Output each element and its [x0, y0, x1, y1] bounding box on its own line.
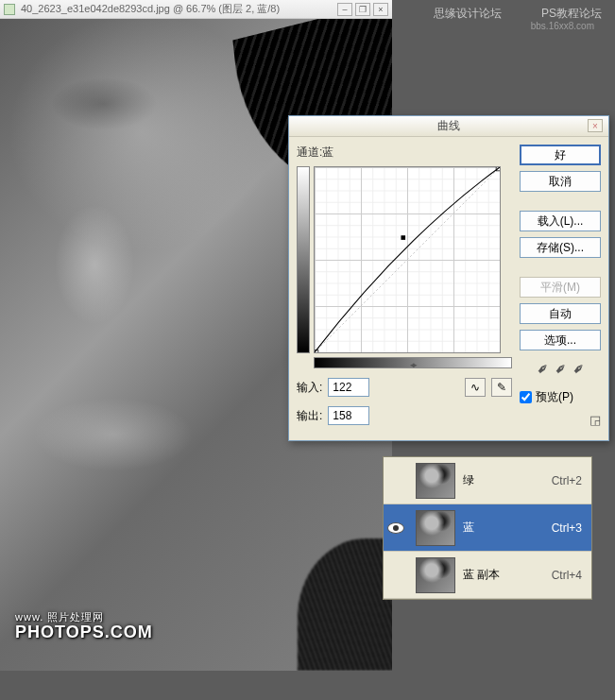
cancel-button[interactable]: 取消: [520, 171, 601, 192]
close-icon[interactable]: ×: [588, 119, 603, 132]
visibility-eye-icon[interactable]: [387, 522, 404, 534]
channel-name: 蓝 副本: [463, 567, 552, 583]
channel-row-blue[interactable]: 蓝 Ctrl+3: [384, 504, 591, 552]
channel-row-blue-copy[interactable]: 蓝 副本 Ctrl+4: [384, 552, 591, 599]
curves-graph[interactable]: [314, 166, 501, 353]
black-eyedropper-icon[interactable]: ✒: [532, 358, 554, 380]
smooth-button: 平滑(M): [520, 277, 601, 298]
watermark: www. 照片处理网 PHOTOPS.COM: [15, 610, 153, 642]
channel-row-green[interactable]: 绿 Ctrl+2: [384, 457, 591, 504]
channel-shortcut: Ctrl+3: [552, 521, 582, 535]
output-label: 输出:: [297, 408, 322, 424]
pencil-tool-icon[interactable]: ✎: [491, 378, 512, 397]
curves-dialog: 曲线 × 通道:蓝: [288, 115, 609, 441]
minimize-button[interactable]: –: [337, 3, 352, 16]
gray-eyedropper-icon[interactable]: ✒: [550, 358, 572, 380]
channel-thumbnail: [416, 463, 455, 499]
dialog-titlebar[interactable]: 曲线 ×: [289, 116, 608, 137]
channel-name: 绿: [463, 472, 552, 488]
header-text-1: 思缘设计论坛: [434, 6, 502, 22]
resize-handle-icon[interactable]: ◲: [589, 413, 601, 427]
restore-button[interactable]: ❐: [355, 3, 370, 16]
channel-thumbnail: [416, 510, 455, 546]
doc-icon: [4, 4, 15, 15]
channel-selector[interactable]: 通道:蓝: [297, 145, 512, 161]
input-label: 输入:: [297, 380, 322, 396]
vertical-gradient: [297, 166, 310, 353]
close-doc-button[interactable]: ×: [373, 3, 388, 16]
output-field[interactable]: [328, 406, 369, 425]
load-button[interactable]: 载入(L)...: [520, 211, 601, 231]
horizontal-gradient[interactable]: ◂▸: [314, 357, 512, 368]
header-sub: bbs.16xx8.com: [531, 21, 594, 31]
svg-rect-1: [401, 235, 405, 240]
options-button[interactable]: 选项...: [520, 330, 601, 350]
document-titlebar: 40_2623_e31e042de8293cd.jpg @ 66.7% (图层 …: [0, 0, 392, 19]
channel-thumbnail: [416, 557, 455, 593]
channel-shortcut: Ctrl+4: [552, 569, 582, 582]
white-eyedropper-icon[interactable]: ✒: [568, 358, 589, 380]
channels-panel: 绿 Ctrl+2 蓝 Ctrl+3 蓝 副本 Ctrl+4: [383, 456, 592, 600]
channel-shortcut: Ctrl+2: [552, 474, 582, 487]
save-button[interactable]: 存储(S)...: [520, 237, 601, 258]
channel-name: 蓝: [463, 520, 552, 536]
preview-checkbox[interactable]: 预览(P): [520, 389, 601, 405]
input-field[interactable]: [328, 378, 369, 397]
header-text-2: PS教程论坛: [541, 6, 602, 22]
svg-line-0: [315, 167, 500, 352]
curve-tool-icon[interactable]: ∿: [465, 378, 486, 397]
eyedropper-tools: ✒ ✒ ✒: [520, 360, 601, 378]
dialog-title: 曲线: [437, 118, 460, 134]
auto-button[interactable]: 自动: [520, 303, 601, 324]
document-title: 40_2623_e31e042de8293cd.jpg @ 66.7% (图层 …: [21, 2, 280, 16]
ok-button[interactable]: 好: [520, 145, 601, 165]
